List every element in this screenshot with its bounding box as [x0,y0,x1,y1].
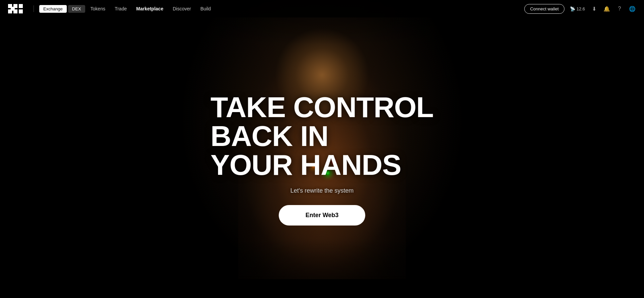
broadcast-icon: 📡 [570,6,575,11]
nav-divider [34,5,34,12]
svg-rect-5 [19,4,23,8]
nav-discover[interactable]: Discover [173,6,191,11]
navbar: Exchange DEX Tokens Trade Marketplace Di… [0,0,644,17]
nav-links: Tokens Trade Marketplace Discover Build [91,6,211,11]
svg-rect-6 [19,9,23,13]
headline-line2: BACK IN [211,120,328,152]
dex-pill[interactable]: DEX [68,5,85,13]
hero-content: TAKE CONTROL BACK IN YOUR HANDS Let's re… [211,93,434,226]
bottom-bar [0,281,644,298]
help-icon[interactable]: ? [616,5,623,12]
svg-rect-4 [13,9,17,13]
enter-web3-button[interactable]: Enter Web3 [279,205,366,226]
nav-trade[interactable]: Trade [115,6,127,11]
notification-icon[interactable]: 🔔 [603,5,610,12]
connect-wallet-button[interactable]: Connect wallet [524,4,564,14]
okx-logo[interactable] [8,4,23,13]
nav-tokens[interactable]: Tokens [91,6,105,11]
hero-subtext: Let's rewrite the system [290,187,354,194]
headline-line3: YOUR HANDS [211,149,401,181]
nav-build[interactable]: Build [200,6,211,11]
exchange-pill[interactable]: Exchange [39,5,67,13]
headline-line1: TAKE CONTROL [211,91,434,123]
hero-headline: TAKE CONTROL BACK IN YOUR HANDS [211,93,434,179]
download-icon[interactable]: ⬇ [590,5,598,12]
nav-right: Connect wallet 📡 12.6 ⬇ 🔔 ? 🌐 [524,4,636,14]
globe-icon[interactable]: 🌐 [629,5,636,12]
nav-marketplace[interactable]: Marketplace [136,6,163,11]
nav-pills: Exchange DEX [39,5,85,13]
broadcast-badge[interactable]: 📡 12.6 [570,6,585,11]
badge-value: 12.6 [577,6,585,11]
hero-section: TAKE CONTROL BACK IN YOUR HANDS Let's re… [0,0,644,298]
svg-rect-3 [8,9,12,13]
